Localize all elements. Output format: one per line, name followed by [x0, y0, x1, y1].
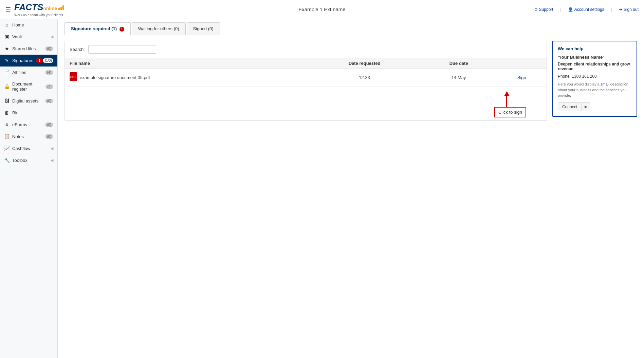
table-body: PDF example signature document 05.pdf 12…	[65, 69, 547, 87]
sidebar-item-document-register[interactable]: 🔒 Document register (0)	[0, 78, 57, 95]
tab-bar: Signature required (1) ! Waiting for oth…	[65, 22, 637, 35]
person-icon: 👤	[568, 7, 573, 12]
sidebar-label-home: Home	[12, 22, 24, 27]
sidebar-label-docregister: Document register	[12, 81, 45, 92]
arrow-shaft	[506, 94, 507, 108]
support-link[interactable]: ⊙ Support	[534, 7, 553, 12]
sidebar-label-allfiles: All files	[12, 70, 26, 75]
file-table: File name Date requested Due date	[65, 58, 547, 87]
cashflow-icon: 📈	[4, 146, 10, 151]
sidebar-item-vault[interactable]: ▣ Vault ◀	[0, 31, 57, 43]
col-action	[497, 58, 547, 69]
logo-online: online	[43, 6, 57, 11]
signout-icon: ➜	[619, 7, 622, 12]
filename-text: example signature document 05.pdf	[80, 75, 150, 80]
col-due-date: Due date	[421, 58, 497, 69]
sidebar-label-starred: Starred files	[12, 46, 36, 51]
main-content: Signature required (1) ! Waiting for oth…	[58, 19, 644, 358]
click-to-sign-box: Click to sign	[494, 107, 526, 117]
eforms-icon: ≡	[4, 122, 10, 127]
signature-required-info-icon: !	[119, 27, 124, 32]
digitalassets-icon: 🖼	[4, 98, 10, 103]
cell-filename: PDF example signature document 05.pdf	[65, 69, 308, 87]
star-icon: ★	[4, 46, 10, 51]
hamburger-menu[interactable]: ☰	[5, 6, 11, 13]
content-area: Search: File name Date requested Due dat…	[58, 35, 644, 126]
topbar-actions: ⊙ Support | 👤 Account settings | ➜ Sign …	[534, 7, 639, 12]
sidebar-label-signatures: Signatures	[12, 58, 33, 63]
right-panel: We can help 'Your Business Name' Deepen …	[552, 41, 637, 117]
vault-expand-icon: ◀	[51, 35, 53, 39]
tab-signed[interactable]: Signed (0)	[187, 22, 220, 35]
sidebar-item-home[interactable]: ⌂ Home	[0, 19, 57, 31]
table-header: File name Date requested Due date	[65, 58, 547, 69]
signatures-icon: ✎	[4, 58, 10, 63]
cell-due-date: 14 May	[421, 69, 497, 87]
topbar: ☰ FACTS online Work as a team with your …	[0, 0, 644, 19]
description-link[interactable]: small	[601, 82, 609, 86]
notes-badge: (0)	[45, 134, 53, 139]
logo-bars	[58, 5, 64, 10]
click-to-sign-text: Click to sign	[498, 110, 522, 115]
sidebar-label-notes: Notes	[12, 134, 24, 139]
sidebar-label-vault: Vault	[12, 34, 22, 39]
digitalassets-badge: (0)	[45, 99, 53, 103]
phone: Phone: 1300 161 208	[558, 74, 632, 79]
search-input[interactable]	[88, 45, 156, 54]
sidebar-item-eforms[interactable]: ≡ eForms (0)	[0, 119, 57, 131]
cell-date-requested: 12:33	[308, 69, 420, 87]
sign-link[interactable]: Sign	[517, 75, 526, 80]
tab-signature-required-label: Signature required (1)	[71, 26, 117, 31]
allfiles-icon: 📄	[4, 70, 10, 75]
starred-badge: (0)	[45, 46, 53, 51]
support-icon: ⊙	[534, 7, 538, 12]
table-row: PDF example signature document 05.pdf 12…	[65, 69, 547, 87]
bin-icon: 🗑	[4, 110, 10, 115]
search-label: Search:	[70, 47, 85, 52]
docregister-icon: 🔒	[4, 84, 10, 89]
main-panel: Search: File name Date requested Due dat…	[65, 41, 547, 121]
sidebar-item-signatures[interactable]: ✎ Signatures 1 (1/0)	[0, 55, 57, 67]
col-filename: File name	[65, 58, 308, 69]
tab-signed-label: Signed (0)	[193, 26, 214, 31]
sidebar-item-notes[interactable]: 📋 Notes (0)	[0, 131, 57, 143]
notes-icon: 📋	[4, 134, 10, 139]
page-header: Signature required (1) ! Waiting for oth…	[58, 19, 644, 35]
right-panel-heading: We can help	[558, 46, 632, 51]
sidebar-item-cashflow[interactable]: 📈 Cashflow ◀	[0, 143, 57, 154]
connect-label: Connect	[558, 103, 582, 111]
sidebar-item-toolbox[interactable]: 🔧 Toolbox ◀	[0, 154, 57, 166]
logo-subtitle: Work as a team with your clients	[14, 13, 64, 17]
sidebar-item-bin[interactable]: 🗑 Bin	[0, 107, 57, 119]
sidebar-item-starred-files[interactable]: ★ Starred files (0)	[0, 43, 57, 55]
toolbox-icon: 🔧	[4, 157, 10, 163]
sidebar-label-bin: Bin	[12, 110, 19, 115]
sign-out-link[interactable]: ➜ Sign out	[619, 7, 639, 12]
tab-waiting-label: Waiting for others (0)	[138, 26, 179, 31]
eforms-badge: (0)	[45, 123, 53, 127]
sidebar-label-toolbox: Toolbox	[12, 158, 27, 163]
sidebar-label-digitalassets: Digital assets	[12, 98, 38, 103]
logo: FACTS online Work as a team with your cl…	[14, 2, 64, 17]
col-date-requested: Date requested	[308, 58, 420, 69]
svg-text:PDF: PDF	[70, 75, 77, 79]
connect-button[interactable]: Connect ▶	[558, 102, 590, 111]
description: Here you would display a small descripti…	[558, 81, 632, 98]
tab-signature-required[interactable]: Signature required (1) !	[65, 22, 131, 35]
topbar-left: ☰ FACTS online Work as a team with your …	[5, 2, 64, 17]
cell-action[interactable]: Sign	[497, 69, 547, 87]
allfiles-badge: (4)	[45, 70, 53, 75]
cashflow-expand-icon: ◀	[51, 146, 53, 151]
docregister-badge: (0)	[45, 84, 53, 89]
sidebar: ⌂ Home ▣ Vault ◀ ★ Starred files (0) ✎ S…	[0, 19, 58, 358]
sidebar-item-digital-assets[interactable]: 🖼 Digital assets (0)	[0, 95, 57, 107]
sidebar-label-eforms: eForms	[12, 122, 27, 127]
account-settings-link[interactable]: 👤 Account settings	[568, 7, 604, 12]
tab-waiting-for-others[interactable]: Waiting for others (0)	[132, 22, 186, 35]
vault-icon: ▣	[4, 34, 10, 39]
description-part1: Here you would display a	[558, 82, 601, 86]
logo-facts: FACTS	[14, 2, 43, 13]
pdf-icon: PDF	[70, 72, 77, 83]
page-title: Example 1 ExLname	[298, 6, 345, 12]
sidebar-item-all-files[interactable]: 📄 All files (4)	[0, 67, 57, 78]
